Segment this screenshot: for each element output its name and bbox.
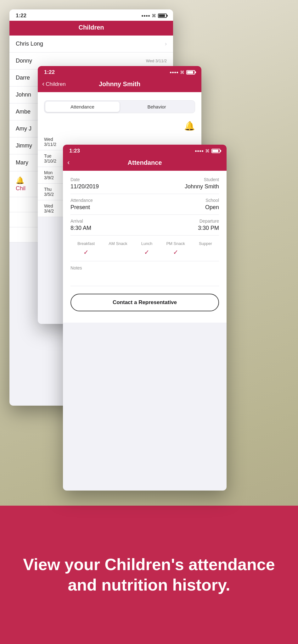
detail-body: Date Student 11/20/2019 Johnny Smith Att… bbox=[63, 171, 227, 323]
nav-bar-2: ‹ Children Johnny Smith bbox=[38, 77, 201, 92]
status-icons-2: ⌘ bbox=[170, 70, 195, 75]
back-button-3[interactable]: ‹ bbox=[67, 159, 70, 166]
school-value: Open bbox=[205, 204, 219, 211]
notes-section: Notes bbox=[70, 265, 219, 282]
arrival-label: Arrival bbox=[70, 219, 83, 224]
arrival-departure-section: Arrival Departure 8:30 AM 3:30 PM bbox=[70, 219, 219, 231]
status-bar-1: 1:22 ⌘ bbox=[9, 9, 173, 21]
wifi-icon-2: ⌘ bbox=[180, 70, 184, 75]
divider-2 bbox=[70, 214, 219, 215]
child-name-chris: Chris Long bbox=[16, 41, 43, 47]
school-label: School bbox=[205, 198, 219, 203]
day-label: Thu3/5/2 bbox=[44, 187, 63, 197]
bell-icon[interactable]: 🔔 bbox=[184, 121, 195, 131]
supper-spacer: ✓ bbox=[203, 248, 208, 256]
departure-label: Departure bbox=[200, 219, 219, 224]
lunch-label: Lunch bbox=[141, 241, 152, 246]
child-name-johnny: Johnn bbox=[16, 92, 31, 98]
status-time-2: 1:22 bbox=[44, 69, 55, 75]
nav-bar-1: Children bbox=[9, 21, 173, 36]
day-label: Tue3/10/2 bbox=[44, 153, 63, 164]
child-name-darrel: Darre bbox=[16, 75, 30, 81]
meals-section: Breakfast ✓ AM Snack ✓ Lunch ✓ PM Snack … bbox=[70, 239, 219, 257]
signal-icon-1 bbox=[142, 15, 150, 17]
notes-value bbox=[70, 271, 219, 282]
bell-area: 🔔 bbox=[38, 118, 201, 134]
signal-icon-3 bbox=[195, 150, 203, 152]
wifi-icon-1: ⌘ bbox=[152, 13, 156, 18]
divider-5 bbox=[70, 286, 219, 286]
status-time-1: 1:22 bbox=[16, 13, 26, 19]
nav-title-2: Johnny Smith bbox=[99, 80, 140, 88]
meal-am-snack: AM Snack ✓ bbox=[109, 241, 127, 256]
child-name-amber: Ambe bbox=[16, 108, 31, 115]
child-name-donny: Donny bbox=[16, 58, 32, 64]
battery-icon-1 bbox=[158, 14, 167, 18]
departure-value: 3:30 PM bbox=[198, 225, 219, 231]
meal-pm-snack: PM Snack ✓ bbox=[166, 241, 185, 256]
child-name-jimmy: Jimmy bbox=[16, 142, 32, 149]
breakfast-check: ✓ bbox=[83, 248, 89, 256]
meal-supper: Supper ✓ bbox=[199, 241, 212, 256]
notes-label: Notes bbox=[70, 265, 82, 270]
arrival-value: 8:30 AM bbox=[70, 225, 91, 231]
day-label: Mon3/9/2 bbox=[44, 170, 63, 180]
list-item[interactable]: Chris Long › bbox=[9, 36, 173, 53]
battery-icon-2 bbox=[186, 70, 195, 75]
meal-lunch: Lunch ✓ bbox=[141, 241, 152, 256]
promo-text: View your Children's attendance and nutr… bbox=[19, 554, 279, 595]
wifi-icon-3: ⌘ bbox=[205, 148, 210, 153]
chevron-left-icon-2: ‹ bbox=[42, 80, 44, 87]
promo-section: View your Children's attendance and nutr… bbox=[0, 506, 298, 644]
breakfast-label: Breakfast bbox=[77, 241, 95, 246]
status-icons-3: ⌘ bbox=[195, 148, 220, 153]
date-student-section: Date Student 11/20/2019 Johnny Smith bbox=[70, 177, 219, 190]
nav-title-3: Attendance bbox=[128, 159, 162, 166]
phone-attendance-detail: 1:23 ⌘ ‹ Attendance Date Student 11/20/2… bbox=[63, 145, 227, 491]
pm-snack-check: ✓ bbox=[173, 248, 178, 256]
tab-attendance[interactable]: Attendance bbox=[45, 102, 120, 112]
divider-4 bbox=[70, 261, 219, 261]
chevron-icon: › bbox=[165, 41, 167, 47]
status-bar-3: 1:23 ⌘ bbox=[63, 145, 227, 156]
divider-3 bbox=[70, 235, 219, 236]
status-time-3: 1:23 bbox=[69, 148, 80, 154]
nav-bar-3: ‹ Attendance bbox=[63, 156, 227, 171]
signal-icon-2 bbox=[170, 72, 178, 73]
date-wed: Wed 3/11/2 bbox=[146, 58, 167, 63]
meal-labels-row: Breakfast ✓ AM Snack ✓ Lunch ✓ PM Snack … bbox=[70, 239, 219, 257]
supper-label: Supper bbox=[199, 241, 212, 246]
child-name-mary: Mary bbox=[16, 159, 28, 166]
student-label: Student bbox=[204, 177, 219, 182]
am-snack-spacer: ✓ bbox=[115, 248, 121, 256]
attendance-value: Present bbox=[70, 204, 90, 211]
segment-control: Attendance Behavior bbox=[44, 100, 195, 113]
status-icons-1: ⌘ bbox=[142, 13, 167, 18]
student-value: Johnny Smith bbox=[185, 183, 219, 190]
battery-icon-3 bbox=[211, 149, 220, 153]
nav-title-1: Children bbox=[78, 24, 104, 31]
attendance-label: Attendance bbox=[70, 198, 93, 203]
back-button-2[interactable]: ‹ Children bbox=[42, 81, 66, 87]
day-label: Wed3/11/2 bbox=[44, 137, 63, 147]
tab-behavior[interactable]: Behavior bbox=[120, 102, 194, 112]
status-bar-2: 1:22 ⌘ bbox=[38, 66, 201, 77]
child-label-red: Chil bbox=[16, 185, 25, 192]
back-label-2: Children bbox=[46, 81, 65, 87]
attendance-school-section: Attendance School Present Open bbox=[70, 198, 219, 211]
date-value: 11/20/2019 bbox=[70, 183, 99, 190]
day-label: Wed3/4/2 bbox=[44, 203, 63, 214]
meal-breakfast: Breakfast ✓ bbox=[77, 241, 95, 256]
contact-representative-button[interactable]: Contact a Representative bbox=[70, 294, 219, 311]
chevron-left-icon-3: ‹ bbox=[67, 159, 70, 166]
am-snack-label: AM Snack bbox=[109, 241, 127, 246]
lunch-check: ✓ bbox=[144, 248, 149, 256]
alert-icon: 🔔 bbox=[16, 176, 25, 185]
divider-1 bbox=[70, 194, 219, 194]
pm-snack-label: PM Snack bbox=[166, 241, 185, 246]
date-label: Date bbox=[70, 177, 80, 182]
child-name-amy: Amy J bbox=[16, 125, 31, 132]
